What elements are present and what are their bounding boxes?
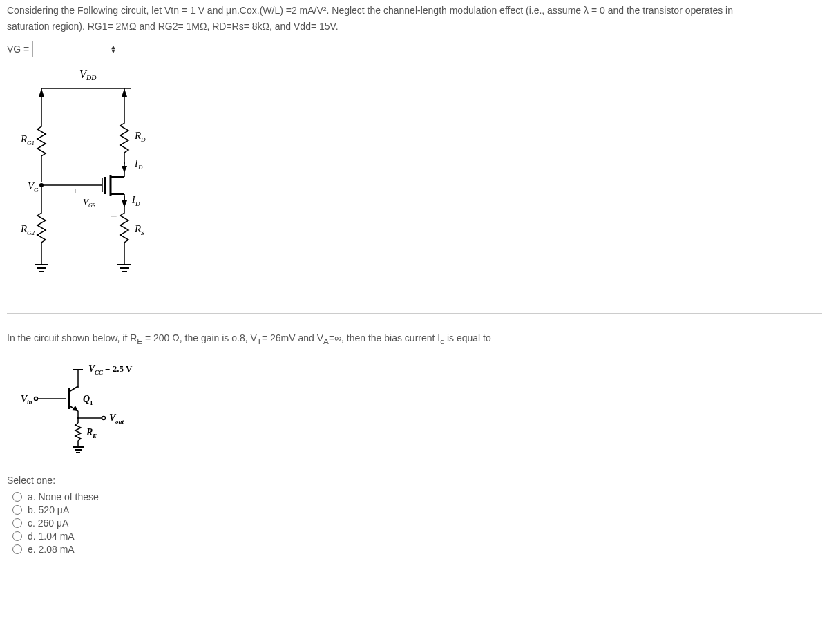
radio-c[interactable] (12, 518, 22, 528)
svg-text:Q: Q (83, 394, 90, 404)
radio-b[interactable] (12, 505, 22, 515)
svg-text:−: − (111, 210, 117, 222)
svg-text:R: R (20, 133, 27, 144)
option-b[interactable]: b. 520 μA (12, 504, 822, 515)
svg-text:in: in (27, 399, 32, 406)
svg-text:D: D (137, 164, 143, 171)
select-one-label: Select one: (7, 475, 822, 486)
question2-text: In the circuit shown below, if RE = 200 … (7, 331, 822, 347)
select-arrows-icon: ▲ ▼ (110, 45, 116, 53)
vg-label: VG = (7, 44, 29, 55)
option-e-label: e. 2.08 mA (28, 544, 75, 555)
option-a-label: a. None of these (28, 491, 99, 502)
question1-text-line1: Considering the Following circuit, let V… (7, 3, 822, 18)
option-d[interactable]: d. 1.04 mA (12, 531, 822, 542)
radio-e[interactable] (12, 544, 22, 554)
option-d-label: d. 1.04 mA (28, 531, 75, 542)
svg-text:D: D (140, 136, 146, 143)
svg-marker-4 (39, 88, 44, 97)
svg-text:R: R (134, 223, 141, 234)
svg-text:R: R (20, 223, 27, 234)
question1-text-line2: saturation region). RG1= 2MΩ and RG2= 1M… (7, 19, 822, 34)
svg-line-50 (69, 386, 78, 392)
svg-point-62 (102, 417, 106, 420)
svg-text:G: G (34, 187, 39, 193)
svg-text:S: S (141, 229, 144, 236)
svg-text:G1: G1 (27, 140, 35, 146)
radio-a[interactable] (12, 492, 22, 502)
option-b-label: b. 520 μA (28, 504, 69, 515)
vg-select[interactable]: ▲ ▼ (32, 41, 122, 57)
svg-text:R: R (134, 130, 141, 141)
svg-text:R: R (86, 427, 93, 437)
svg-text:CC: CC (95, 369, 104, 376)
svg-text:+: + (73, 186, 78, 196)
svg-text:G2: G2 (27, 229, 35, 236)
option-e[interactable]: e. 2.08 mA (12, 544, 822, 555)
svg-text:E: E (92, 433, 97, 439)
circuit2-diagram: V CC = 2.5 V V in Q 1 V out R E (21, 357, 159, 461)
option-c[interactable]: c. 260 μA (12, 518, 822, 529)
vg-input-row: VG = ▲ ▼ (7, 41, 822, 57)
svg-text:= 2.5 V: = 2.5 V (105, 363, 133, 374)
circuit1-diagram: V DD R G1 V G R G2 R D I D (14, 68, 166, 289)
svg-text:out: out (115, 418, 124, 425)
svg-text:DD: DD (86, 74, 97, 82)
option-c-label: c. 260 μA (28, 518, 68, 529)
svg-marker-16 (122, 88, 127, 97)
separator (7, 313, 822, 314)
svg-text:1: 1 (90, 399, 93, 406)
svg-point-54 (35, 397, 38, 401)
radio-d[interactable] (12, 531, 22, 541)
svg-text:GS: GS (88, 202, 95, 209)
option-a[interactable]: a. None of these (12, 491, 822, 502)
svg-text:D: D (135, 200, 140, 207)
